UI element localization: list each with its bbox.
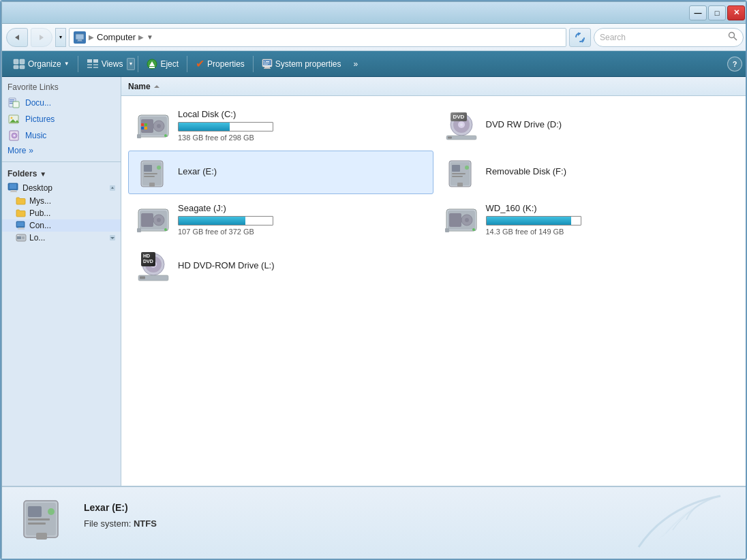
drive-f-info: Removable Disk (F:)	[486, 166, 734, 179]
search-bar[interactable]: Search	[594, 28, 744, 47]
views-button[interactable]: Views	[81, 55, 129, 74]
properties-button[interactable]: ✔ Properties	[190, 55, 250, 74]
dvd-badge: DVD	[451, 112, 468, 121]
drive-j-info: Seagate (J:) 107 GB free of 372 GB	[178, 203, 426, 236]
sidebar-more-button[interactable]: More »	[2, 144, 121, 157]
music-icon	[7, 129, 21, 142]
main-window: — □ ✕ ▾ ▶ Computer ▶ ▼	[1, 1, 747, 560]
svg-rect-82	[452, 165, 460, 172]
tree-scroll	[110, 185, 115, 191]
svg-rect-110	[28, 518, 50, 520]
views-dropdown[interactable]: ▾	[127, 58, 135, 70]
local-disk-tree-icon	[16, 233, 27, 243]
svg-point-7	[729, 33, 735, 38]
breadcrumb-bar[interactable]: ▶ Computer ▶ ▼	[69, 28, 566, 47]
breadcrumb-dropdown-btn[interactable]: ▼	[147, 33, 153, 41]
svg-rect-33	[10, 103, 13, 104]
svg-rect-21	[149, 67, 155, 68]
drive-j-progress-container	[178, 216, 273, 225]
refresh-button[interactable]	[569, 28, 591, 47]
svg-point-93	[164, 228, 167, 231]
drive-item-d[interactable]: DVD DVD RW Drive (D:)	[436, 103, 742, 148]
sidebar-item-documents[interactable]: Docu...	[2, 95, 121, 111]
forward-button[interactable]	[31, 28, 52, 47]
more-toolbar-button[interactable]: »	[348, 55, 364, 74]
svg-rect-66	[144, 127, 147, 129]
svg-point-85	[465, 166, 469, 170]
tree-my-label: Mys...	[29, 196, 51, 206]
drive-c-progress-fill	[179, 123, 230, 131]
svg-point-78	[157, 166, 161, 170]
drive-d-name: DVD RW Drive (D:)	[486, 119, 734, 129]
drive-c-size: 138 GB free of 298 GB	[178, 134, 426, 142]
favorite-links-label: Favorite Links	[2, 77, 121, 95]
system-properties-button[interactable]: System properties	[256, 55, 347, 74]
tree-item-my[interactable]: Mys...	[2, 195, 121, 207]
history-dropdown[interactable]: ▾	[55, 28, 66, 47]
sidebar-item-pictures[interactable]: Pictures	[2, 111, 121, 127]
drive-e-info: Lexar (E:)	[178, 166, 426, 179]
drive-f-name: Removable Disk (F:)	[486, 166, 734, 176]
drive-item-e[interactable]: Lexar (E:)	[128, 151, 433, 194]
breadcrumb-computer[interactable]: Computer	[97, 32, 136, 42]
toolbar: Organize ▼ Views ▾ Eject	[2, 51, 747, 77]
drive-k-name: WD_160 (K:)	[486, 203, 734, 213]
column-header: Name	[121, 77, 747, 96]
drive-k-info: WD_160 (K:) 14.3 GB free of 149 GB	[486, 203, 734, 236]
sidebar-pictures-label: Pictures	[25, 114, 55, 124]
organize-label: Organize	[28, 59, 61, 69]
svg-rect-83	[452, 173, 466, 174]
computer-tree-icon	[16, 221, 27, 230]
folders-section[interactable]: Folders ▼	[2, 166, 121, 181]
sidebar-divider	[2, 161, 121, 162]
svg-rect-16	[93, 64, 98, 65]
help-button[interactable]: ?	[727, 57, 742, 72]
sidebar-item-music[interactable]: Music	[2, 127, 121, 144]
svg-point-98	[465, 218, 469, 222]
svg-rect-106	[140, 277, 145, 279]
close-button[interactable]: ✕	[727, 5, 745, 20]
svg-rect-2	[76, 34, 84, 40]
drive-item-l[interactable]: HDDVD HD DVD-ROM Drive (L:)	[128, 245, 433, 288]
drive-c-progress-container	[178, 122, 273, 131]
drive-item-k[interactable]: WD_160 (K:) 14.3 GB free of 149 GB	[436, 197, 742, 242]
drive-item-f[interactable]: Removable Disk (F:)	[436, 151, 742, 194]
drive-grid: Local Disk (C:) 138 GB free of 298 GB	[121, 96, 747, 486]
maximize-button[interactable]: □	[708, 5, 726, 20]
eject-button[interactable]: Eject	[141, 55, 184, 74]
minimize-button[interactable]: —	[689, 5, 707, 20]
hdd-k-icon	[444, 204, 479, 235]
svg-rect-52	[17, 236, 21, 239]
drive-j-name: Seagate (J:)	[178, 203, 426, 213]
svg-point-100	[472, 228, 475, 231]
drive-item-c[interactable]: Local Disk (C:) 138 GB free of 298 GB	[128, 103, 433, 148]
tree-pub-label: Pub...	[29, 208, 50, 218]
status-filesystem: File system: NTFS	[84, 518, 157, 529]
svg-rect-29	[264, 64, 268, 65]
svg-rect-18	[93, 67, 98, 68]
views-label: Views	[102, 59, 123, 69]
system-properties-label: System properties	[275, 59, 341, 69]
svg-rect-99	[445, 228, 449, 232]
svg-rect-15	[87, 64, 92, 65]
tree-item-local[interactable]: Lo...	[2, 232, 121, 244]
removable-f-icon	[444, 157, 479, 188]
drive-item-j[interactable]: Seagate (J:) 107 GB free of 372 GB	[128, 197, 433, 242]
toolbar-divider-4	[253, 56, 254, 72]
tree-item-pub[interactable]: Pub...	[2, 207, 121, 219]
svg-rect-113	[36, 533, 47, 540]
back-button[interactable]	[6, 28, 28, 47]
sidebar-more-label: More	[7, 146, 26, 155]
scroll-indicator	[110, 235, 115, 240]
tree-item-computer[interactable]: Con...	[2, 219, 121, 232]
organize-button[interactable]: Organize ▼	[7, 55, 75, 74]
drive-k-progress-container	[486, 216, 581, 225]
tree-item-desktop[interactable]: Desktop	[2, 181, 121, 195]
drive-l-name: HD DVD-ROM Drive (L:)	[178, 260, 426, 270]
drive-j-progress-fill	[179, 217, 245, 225]
svg-marker-1	[40, 35, 44, 40]
svg-rect-54	[17, 235, 19, 236]
organize-icon	[13, 59, 25, 69]
svg-rect-31	[10, 99, 14, 100]
toolbar-divider-2	[138, 56, 138, 72]
